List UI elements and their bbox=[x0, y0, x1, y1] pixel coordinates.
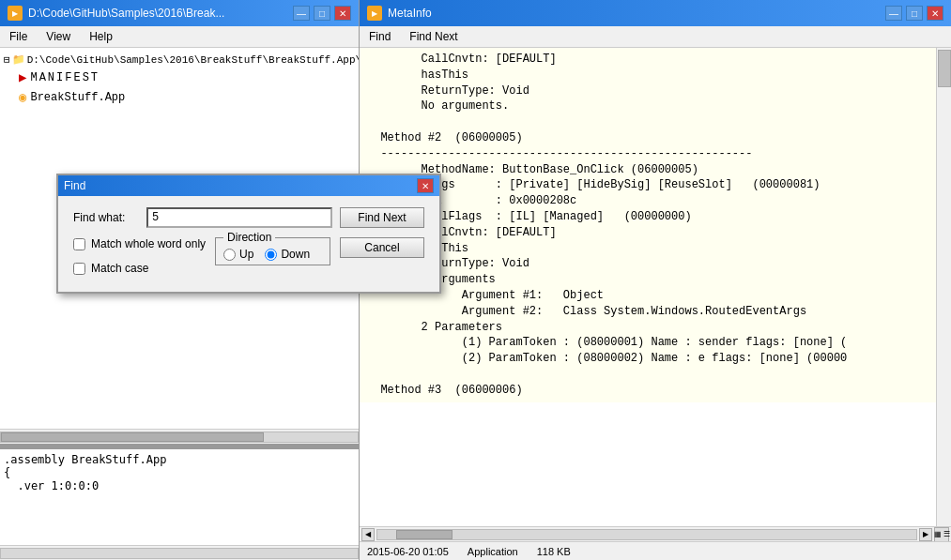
left-menu-help[interactable]: Help bbox=[84, 28, 118, 45]
find-what-label: Find what: bbox=[73, 211, 139, 224]
tree-root-folder-icon: 📁 bbox=[12, 53, 25, 66]
left-menu-view[interactable]: View bbox=[40, 28, 76, 45]
right-status-bar: 2015-06-20 01:05 Application 118 KB bbox=[360, 541, 951, 560]
bottom-code-text: .assembly BreakStuff.App { .ver 1:0:0:0 bbox=[0, 449, 359, 545]
left-maximize-button[interactable]: □ bbox=[314, 6, 330, 21]
left-minimize-button[interactable]: — bbox=[293, 6, 310, 21]
view-list-icon: ☰ bbox=[943, 530, 950, 538]
left-title-bar: ▶ D:\Code\GitHub\Samples\2016\Break... —… bbox=[0, 0, 359, 26]
tree-item-breakstuff-label: BreakStuff.App bbox=[30, 91, 125, 104]
left-close-button[interactable]: ✕ bbox=[334, 6, 351, 21]
down-radio[interactable] bbox=[265, 249, 277, 261]
bottom-h-scrollbar[interactable] bbox=[0, 545, 359, 560]
direction-radios: Up Down bbox=[223, 248, 322, 261]
h-scroll-left-arrow[interactable]: ◀ bbox=[361, 528, 375, 541]
left-menu-file[interactable]: File bbox=[4, 28, 33, 45]
find-close-button[interactable]: ✕ bbox=[417, 178, 434, 193]
left-menu-bar: File View Help bbox=[0, 26, 359, 48]
status-date: 2015-06-20 01:05 bbox=[367, 546, 449, 557]
match-whole-word-label: Match whole word only bbox=[91, 237, 206, 250]
left-title-text: D:\Code\GitHub\Samples\2016\Break... bbox=[28, 7, 224, 20]
tree-expand-icon: ⊟ bbox=[4, 53, 10, 66]
left-bottom-panel: .assembly BreakStuff.App { .ver 1:0:0:0 bbox=[0, 447, 359, 560]
match-case-checkbox[interactable] bbox=[73, 263, 85, 275]
right-scroll-area: CallCnvtn: [DEFAULT] hasThis ReturnType:… bbox=[360, 48, 951, 526]
left-title-left: ▶ D:\Code\GitHub\Samples\2016\Break... bbox=[8, 6, 224, 21]
up-radio-row: Up bbox=[223, 248, 253, 261]
left-h-scrollbar[interactable] bbox=[0, 429, 359, 444]
tree-item-breakstuff-icon: ◉ bbox=[19, 89, 26, 105]
down-label: Down bbox=[281, 248, 310, 261]
right-maximize-button[interactable]: □ bbox=[906, 6, 923, 21]
match-case-row: Match case bbox=[73, 262, 206, 275]
tree-item-breakstuff[interactable]: ◉ BreakStuff.App bbox=[4, 87, 355, 107]
find-next-button[interactable]: Find Next bbox=[340, 207, 424, 228]
h-scroll-thumb[interactable] bbox=[396, 530, 452, 539]
tree-root-path[interactable]: ⊟ 📁 D:\Code\GitHub\Samples\2016\BreakStu… bbox=[4, 52, 355, 68]
find-what-row: Find what: Find Next bbox=[73, 207, 424, 228]
right-title-controls[interactable]: — □ ✕ bbox=[885, 6, 943, 21]
right-close-button[interactable]: ✕ bbox=[927, 6, 943, 21]
cancel-button[interactable]: Cancel bbox=[340, 237, 424, 258]
right-title-left: ▶ MetaInfo bbox=[367, 6, 432, 21]
find-checkboxes: Match whole word only Match case bbox=[73, 237, 206, 280]
tree-item-manifest-label: MANIFEST bbox=[30, 71, 100, 84]
view-toggle-buttons[interactable]: ▦ ☰ bbox=[934, 527, 949, 542]
right-content: CallCnvtn: [DEFAULT] hasThis ReturnType:… bbox=[360, 48, 951, 402]
direction-section: Direction Up Down bbox=[215, 237, 330, 265]
status-size: 118 KB bbox=[537, 546, 571, 557]
right-app-icon: ▶ bbox=[367, 6, 382, 21]
left-title-controls[interactable]: — □ ✕ bbox=[293, 6, 351, 21]
h-scroll-right-arrow[interactable]: ▶ bbox=[919, 528, 932, 541]
right-panel: ▶ MetaInfo — □ ✕ Find Find Next CallCnvt… bbox=[360, 0, 951, 560]
right-content-wrapper: CallCnvtn: [DEFAULT] hasThis ReturnType:… bbox=[360, 48, 951, 560]
tree-item-manifest-icon: ▶ bbox=[19, 69, 26, 85]
find-lower-section: Match whole word only Match case Directi… bbox=[73, 237, 424, 280]
right-menu-find[interactable]: Find bbox=[363, 28, 396, 45]
direction-title: Direction bbox=[223, 231, 275, 244]
find-dialog-title: Find bbox=[64, 179, 85, 192]
status-type: Application bbox=[468, 546, 518, 557]
desktop: ▶ D:\Code\GitHub\Samples\2016\Break... —… bbox=[0, 0, 951, 560]
left-app-icon: ▶ bbox=[8, 6, 23, 21]
find-dialog: Find ✕ Find what: Find Next Match whole … bbox=[56, 174, 441, 294]
tree-item-manifest[interactable]: ▶ MANIFEST bbox=[4, 68, 355, 87]
right-menu-find-next[interactable]: Find Next bbox=[404, 28, 463, 45]
right-title-text: MetaInfo bbox=[388, 7, 432, 20]
right-title-bar: ▶ MetaInfo — □ ✕ bbox=[360, 0, 951, 26]
right-content-pre: CallCnvtn: [DEFAULT] hasThis ReturnType:… bbox=[367, 52, 943, 399]
bottom-code-pre: .assembly BreakStuff.App { .ver 1:0:0:0 bbox=[4, 453, 355, 492]
left-tree-area[interactable]: ⊟ 📁 D:\Code\GitHub\Samples\2016\BreakStu… bbox=[0, 48, 359, 111]
find-title-bar: Find ✕ bbox=[58, 175, 439, 196]
tree-root-path-text: D:\Code\GitHub\Samples\2016\BreakStuff\B… bbox=[27, 54, 359, 66]
right-scroll-thumb[interactable] bbox=[938, 50, 951, 87]
right-v-scrollbar[interactable] bbox=[936, 48, 951, 526]
right-minimize-button[interactable]: — bbox=[885, 6, 902, 21]
right-h-scrollbar[interactable]: ◀ ▶ ▦ ☰ bbox=[360, 526, 951, 541]
view-grid-icon: ▦ bbox=[934, 530, 942, 538]
match-whole-word-row: Match whole word only bbox=[73, 237, 206, 250]
up-radio[interactable] bbox=[223, 249, 236, 261]
right-menu-bar: Find Find Next bbox=[360, 26, 951, 48]
match-whole-word-checkbox[interactable] bbox=[73, 238, 85, 250]
down-radio-row: Down bbox=[265, 248, 310, 261]
find-what-input[interactable] bbox=[146, 207, 332, 228]
up-label: Up bbox=[239, 248, 253, 261]
match-case-label: Match case bbox=[91, 262, 148, 275]
find-body: Find what: Find Next Match whole word on… bbox=[58, 196, 439, 292]
h-scroll-track[interactable] bbox=[376, 529, 917, 540]
